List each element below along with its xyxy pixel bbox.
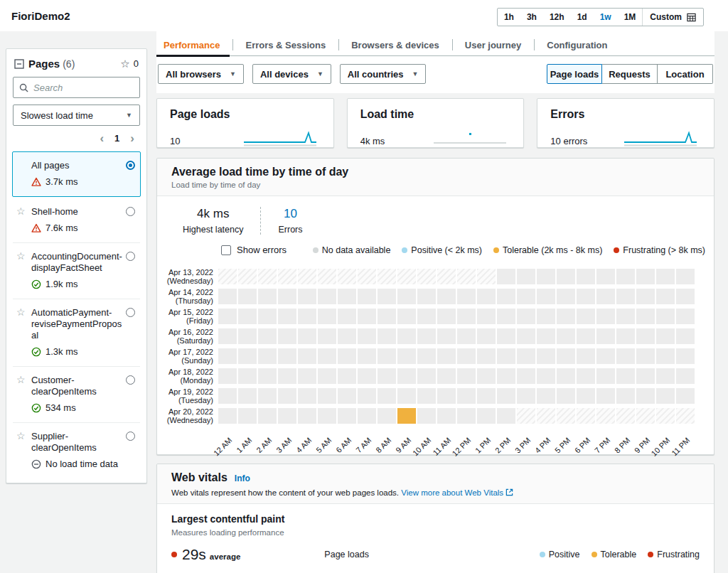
heatmap-cell[interactable]	[596, 368, 615, 384]
info-link[interactable]: Info	[235, 473, 250, 483]
heatmap-cell[interactable]	[557, 408, 575, 424]
heatmap-cell[interactable]	[497, 408, 515, 424]
heatmap-cell[interactable]	[397, 368, 416, 384]
heatmap-cell[interactable]	[417, 289, 436, 304]
heatmap-cell[interactable]	[298, 408, 316, 424]
heatmap-cell[interactable]	[477, 348, 496, 364]
heatmap-cell[interactable]	[596, 269, 615, 284]
tab-browsers-devices[interactable]: Browsers & devices	[338, 34, 452, 55]
heatmap-cell[interactable]	[656, 328, 675, 344]
heatmap-cell[interactable]	[457, 289, 476, 304]
heatmap-cell[interactable]	[338, 408, 356, 424]
heatmap-cell[interactable]	[676, 348, 695, 364]
tab-performance[interactable]: Performance	[156, 34, 232, 55]
heatmap-cell[interactable]	[497, 289, 515, 304]
heatmap-cell[interactable]	[636, 408, 655, 424]
heatmap-cell[interactable]	[636, 388, 655, 404]
heatmap-cell[interactable]	[358, 388, 376, 404]
heatmap-cell[interactable]	[596, 388, 615, 404]
heatmap-cell[interactable]	[417, 309, 436, 324]
heatmap-cell[interactable]	[318, 289, 336, 304]
heatmap-cell[interactable]	[397, 388, 416, 404]
heatmap-cell[interactable]	[656, 269, 675, 284]
heatmap-cell[interactable]	[218, 368, 237, 384]
tab-errors-sessions[interactable]: Errors & Sessions	[232, 34, 338, 55]
heatmap-cell[interactable]	[397, 309, 416, 324]
heatmap-cell[interactable]	[378, 328, 396, 344]
heatmap-cell[interactable]	[397, 348, 416, 364]
heatmap-cell[interactable]	[577, 368, 595, 384]
show-errors-checkbox[interactable]	[221, 245, 231, 255]
heatmap-cell[interactable]	[218, 328, 237, 344]
heatmap-cell[interactable]	[338, 309, 356, 324]
heatmap-cell[interactable]	[417, 348, 436, 364]
heatmap-cell[interactable]	[656, 368, 675, 384]
heatmap-cell[interactable]	[278, 309, 296, 324]
heatmap-cell[interactable]	[278, 368, 296, 384]
heatmap-cell[interactable]	[676, 408, 695, 424]
heatmap-cell[interactable]	[457, 269, 476, 284]
heatmap-cell[interactable]	[258, 269, 277, 284]
heatmap-cell[interactable]	[636, 368, 655, 384]
heatmap-cell[interactable]	[397, 269, 416, 284]
heatmap-cell[interactable]	[636, 348, 655, 364]
heatmap-cell[interactable]	[278, 348, 296, 364]
heatmap-cell[interactable]	[596, 408, 615, 424]
heatmap-cell[interactable]	[636, 309, 655, 324]
heatmap-cell[interactable]	[417, 328, 436, 344]
heatmap-cell[interactable]	[477, 408, 496, 424]
view-toggle-location[interactable]: Location	[658, 64, 713, 84]
heatmap-cell[interactable]	[676, 388, 695, 404]
heatmap-cell[interactable]	[497, 309, 515, 324]
heatmap-cell[interactable]	[477, 309, 496, 324]
page-list-item-accountingdocument-displayfactsheet[interactable]: ☆AccountingDocument-displayFactSheet1.9k…	[13, 242, 140, 299]
heatmap-cell[interactable]	[318, 348, 336, 364]
heatmap-cell[interactable]	[437, 408, 456, 424]
heatmap-cell[interactable]	[537, 309, 555, 324]
heatmap-cell[interactable]	[656, 408, 675, 424]
heatmap-cell[interactable]	[616, 408, 635, 424]
heatmap-cell[interactable]	[338, 368, 356, 384]
heatmap-cell[interactable]	[616, 289, 635, 304]
tab-configuration[interactable]: Configuration	[534, 34, 620, 55]
heatmap-cell[interactable]	[298, 368, 316, 384]
heatmap-cell[interactable]	[378, 269, 396, 284]
heatmap-cell[interactable]	[437, 328, 456, 344]
heatmap-cell[interactable]	[577, 348, 595, 364]
heatmap-cell[interactable]	[258, 368, 277, 384]
heatmap-cell[interactable]	[557, 348, 575, 364]
radio-button[interactable]	[126, 432, 135, 441]
heatmap-cell[interactable]	[676, 328, 695, 344]
heatmap-cell[interactable]	[378, 368, 396, 384]
heatmap-cell[interactable]	[557, 368, 575, 384]
heatmap-cell[interactable]	[497, 368, 515, 384]
heatmap-cell[interactable]	[477, 388, 496, 404]
heatmap-cell[interactable]	[298, 309, 316, 324]
heatmap-cell[interactable]	[497, 348, 515, 364]
heatmap-cell[interactable]	[517, 309, 535, 324]
heatmap-cell[interactable]	[497, 328, 515, 344]
tab-user-journey[interactable]: User journey	[452, 34, 534, 55]
heatmap-cell[interactable]	[517, 289, 535, 304]
heatmap-cell[interactable]	[258, 408, 277, 424]
heatmap-cell[interactable]	[557, 289, 575, 304]
time-range-1d[interactable]: 1d	[571, 9, 594, 26]
heatmap-cell[interactable]	[397, 408, 416, 424]
time-range-1m[interactable]: 1M	[618, 9, 643, 26]
time-range-3h[interactable]: 3h	[520, 9, 543, 26]
heatmap-cell[interactable]	[616, 368, 635, 384]
heatmap-cell[interactable]	[537, 269, 555, 284]
heatmap-cell[interactable]	[238, 269, 257, 284]
star-icon[interactable]: ☆	[16, 306, 26, 318]
heatmap-cell[interactable]	[318, 408, 336, 424]
heatmap-cell[interactable]	[596, 328, 615, 344]
heatmap-cell[interactable]	[238, 388, 257, 404]
heatmap-cell[interactable]	[577, 328, 595, 344]
heatmap-cell[interactable]	[457, 328, 476, 344]
heatmap-cell[interactable]	[437, 388, 456, 404]
radio-button[interactable]	[126, 207, 135, 216]
heatmap-cell[interactable]	[676, 289, 695, 304]
heatmap-cell[interactable]	[636, 289, 655, 304]
heatmap-cell[interactable]	[318, 309, 336, 324]
heatmap-cell[interactable]	[557, 328, 575, 344]
